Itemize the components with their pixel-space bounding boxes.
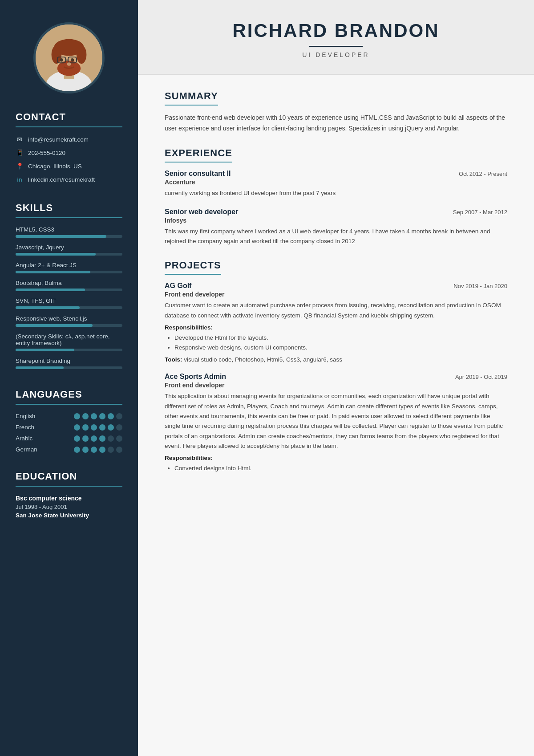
experience-item: Senior consultant II Oct 2012 - Present … <box>165 170 507 198</box>
contact-phone: 📱 202-555-0120 <box>16 149 122 157</box>
edu-degree: Bsc computer science <box>16 495 122 502</box>
language-item: English <box>16 413 122 419</box>
language-dot <box>99 435 105 442</box>
projects-list: AG Golf Nov 2019 - Jan 2020 Front end de… <box>165 282 507 473</box>
language-dots <box>74 435 122 442</box>
skill-bar-bg <box>16 253 122 256</box>
main-content: RICHARD BRANDON UI DEVELOPER SUMMARY Pas… <box>138 0 534 756</box>
contact-section-title: CONTACT <box>16 111 122 127</box>
exp-title: Senior web developer <box>165 208 238 216</box>
language-dot <box>74 447 80 453</box>
skill-bar-fill <box>16 289 85 291</box>
language-dot <box>99 424 105 431</box>
language-dot <box>91 413 97 419</box>
language-dot <box>74 435 80 442</box>
language-dot <box>116 413 122 419</box>
contact-location: 📍 Chicago, Illinois, US <box>16 162 122 170</box>
skill-item: HTML5, CSS3 <box>16 226 122 238</box>
skill-item: Bootstrap, Bulma <box>16 280 122 291</box>
location-icon: 📍 <box>16 162 24 170</box>
language-name: Arabic <box>16 435 47 442</box>
skill-bar-bg <box>16 349 122 351</box>
skills-section: SKILLS HTML5, CSS3 Javascript, Jquery An… <box>0 202 138 389</box>
language-dot <box>116 424 122 431</box>
header-section: RICHARD BRANDON UI DEVELOPER <box>138 0 534 75</box>
language-item: French <box>16 424 122 431</box>
svg-point-6 <box>77 45 87 64</box>
avatar-section <box>0 0 138 111</box>
experience-section: EXPERIENCE Senior consultant II Oct 2012… <box>165 147 507 247</box>
email-icon: ✉ <box>16 135 24 143</box>
sidebar: CONTACT ✉ info@resumekraft.com 📱 202-555… <box>0 0 138 756</box>
skill-bar-bg <box>16 289 122 291</box>
skill-bar-fill <box>16 306 80 309</box>
skill-bar-fill <box>16 235 106 238</box>
education-section: EDUCATION Bsc computer science Jul 1998 … <box>0 471 138 532</box>
experience-list: Senior consultant II Oct 2012 - Present … <box>165 170 507 247</box>
summary-section: SUMMARY Passionate front-end web develop… <box>165 90 507 134</box>
language-dot <box>74 413 80 419</box>
skill-bar-fill <box>16 349 74 351</box>
skill-label: Responsive web, Stencil.js <box>16 315 122 322</box>
language-dot <box>74 424 80 431</box>
proj-role: Front end developer <box>165 291 507 298</box>
exp-desc: This was my first company where i worked… <box>165 227 507 247</box>
name-divider <box>309 46 363 47</box>
tools-label: Tools: <box>165 356 182 363</box>
language-dot <box>91 447 97 453</box>
language-dot <box>116 447 122 453</box>
language-dot <box>91 424 97 431</box>
exp-dates: Oct 2012 - Present <box>459 171 507 177</box>
skill-bar-bg <box>16 366 122 369</box>
exp-desc: currently working as frontend UI develop… <box>165 188 507 198</box>
language-dots <box>74 447 122 453</box>
language-dots <box>74 413 122 419</box>
skills-list: HTML5, CSS3 Javascript, Jquery Angular 2… <box>16 226 122 369</box>
languages-section: LANGUAGES English French Arabic German <box>0 389 138 471</box>
skill-label: Sharepoint Branding <box>16 358 122 364</box>
project-item: Ace Sports Admin Apr 2019 - Oct 2019 Fro… <box>165 373 507 473</box>
skill-bar-fill <box>16 324 93 327</box>
summary-text: Passionate front-end web developer with … <box>165 113 507 134</box>
language-dot <box>108 447 114 453</box>
proj-header: Ace Sports Admin Apr 2019 - Oct 2019 <box>165 373 507 381</box>
exp-dates: Sep 2007 - Mar 2012 <box>453 209 507 215</box>
responsibilities-label: Responsibilities: <box>165 455 507 461</box>
language-dot <box>99 447 105 453</box>
language-item: German <box>16 446 122 453</box>
language-dot <box>82 413 89 419</box>
skill-bar-fill <box>16 366 64 369</box>
language-dot <box>108 435 114 442</box>
skill-item: SVN, TFS, GIT <box>16 297 122 309</box>
proj-title: Ace Sports Admin <box>165 373 226 381</box>
education-section-title: EDUCATION <box>16 471 122 487</box>
skill-label: SVN, TFS, GIT <box>16 297 122 304</box>
language-dot <box>91 435 97 442</box>
skills-section-title: SKILLS <box>16 202 122 218</box>
experience-item: Senior web developer Sep 2007 - Mar 2012… <box>165 208 507 247</box>
candidate-name: RICHARD BRANDON <box>165 20 507 41</box>
avatar <box>33 22 105 93</box>
content-body: SUMMARY Passionate front-end web develop… <box>138 75 534 504</box>
exp-title: Senior consultant II <box>165 170 231 178</box>
skill-item: Sharepoint Branding <box>16 358 122 369</box>
language-dot <box>108 424 114 431</box>
skill-bar-fill <box>16 253 96 256</box>
language-name: English <box>16 413 47 419</box>
language-dot <box>116 435 122 442</box>
language-item: Arabic <box>16 435 122 442</box>
skill-label: Angular 2+ & React JS <box>16 262 122 268</box>
responsibility-item: Developed the Html for the layouts. <box>174 333 507 343</box>
svg-point-13 <box>67 62 71 66</box>
svg-point-5 <box>52 45 62 64</box>
skill-label: Javascript, Jquery <box>16 244 122 251</box>
contact-linkedin: in linkedin.com/resumekraft <box>16 175 122 183</box>
summary-title: SUMMARY <box>165 90 218 106</box>
svg-point-11 <box>60 58 63 62</box>
language-name: French <box>16 424 47 431</box>
skill-bar-bg <box>16 271 122 273</box>
languages-list: English French Arabic German <box>16 413 122 453</box>
contact-email: ✉ info@resumekraft.com <box>16 135 122 143</box>
skill-bar-bg <box>16 306 122 309</box>
language-dot <box>99 413 105 419</box>
